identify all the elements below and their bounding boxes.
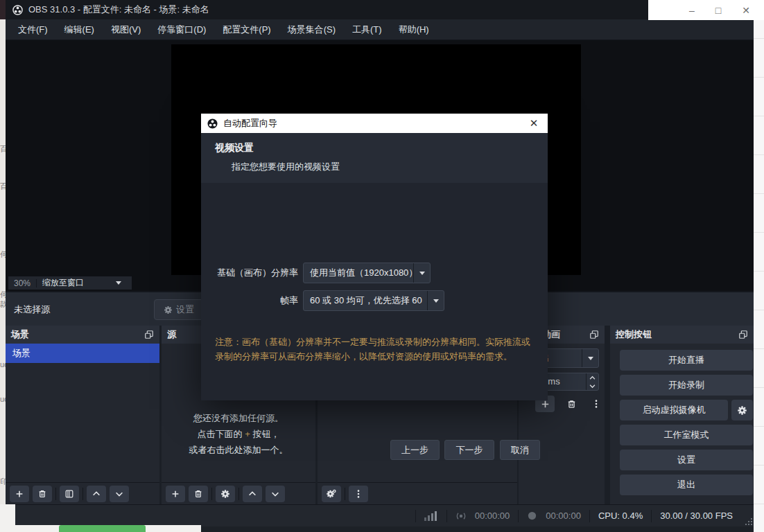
source-properties-toolbar-button[interactable] xyxy=(216,486,235,502)
wizard-step-header: 视频设置 指定您想要使用的视频设置 xyxy=(201,133,548,183)
scenes-dock-title: 场景 xyxy=(11,328,29,341)
plus-icon xyxy=(17,490,23,497)
move-source-up-button[interactable] xyxy=(243,486,262,502)
menu-view[interactable]: 视图(V) xyxy=(103,19,149,40)
remove-scene-button[interactable] xyxy=(33,486,52,502)
divider xyxy=(55,488,56,500)
background-window-left-sliver: 百 百 何 何 uo uo 款 印 角 xyxy=(0,0,6,532)
controls-dock: 控制按钮 开始直播 开始录制 启动虚拟摄像机 工作室模式 设置 退出 xyxy=(610,326,754,504)
zoom-mode-label: 缩放至窗口 xyxy=(37,277,89,289)
menu-scene-collection[interactable]: 场景集合(S) xyxy=(279,19,344,40)
close-icon[interactable]: ✕ xyxy=(520,114,548,133)
move-source-down-button[interactable] xyxy=(266,486,285,502)
filters-icon xyxy=(64,489,74,499)
controls-title: 控制按钮 xyxy=(616,328,652,341)
gear-icon xyxy=(164,305,173,314)
menu-tools[interactable]: 工具(T) xyxy=(344,19,390,40)
wizard-body: 基础（画布）分辨率 使用当前值（1920x1080） 帧率 60 或 30 均可… xyxy=(201,183,548,400)
dots-vertical-icon xyxy=(354,489,363,499)
scenes-dock: 场景 场景 xyxy=(6,326,159,504)
add-scene-button[interactable] xyxy=(10,486,29,502)
base-resolution-select[interactable]: 使用当前值（1920x1080） xyxy=(303,263,431,283)
bg-text-fragment: 百 xyxy=(0,181,6,192)
bg-text-fragment: 何 xyxy=(0,290,6,300)
remove-transition-button[interactable] xyxy=(563,396,580,412)
cpu-usage: CPU: 0.4% xyxy=(598,511,643,521)
window-title: OBS 31.0.3 - 配置文件: 未命名 - 场景: 未命名 xyxy=(28,3,209,16)
fps-label: 帧率 xyxy=(201,290,298,311)
chevron-down-icon xyxy=(582,349,598,367)
fps-value: 60 或 30 均可，优先选择 60 xyxy=(304,291,427,310)
wizard-title: 自动配置向导 xyxy=(223,117,520,130)
start-recording-button[interactable]: 开始录制 xyxy=(620,375,753,396)
status-bar: 00:00:00 00:00:00 CPU: 0.4% 30.00 / 30.0… xyxy=(6,504,754,526)
resize-grip-icon[interactable] xyxy=(745,518,752,525)
menu-docks[interactable]: 停靠窗口(D) xyxy=(149,19,214,40)
virtual-camera-settings-button[interactable] xyxy=(731,400,753,420)
stream-timecode: 00:00:00 xyxy=(475,511,510,521)
double-gear-icon xyxy=(326,488,337,499)
record-icon xyxy=(527,511,537,521)
bg-text-fragment: 印 xyxy=(0,477,6,487)
zoom-level: 30% xyxy=(8,278,36,288)
spinner-up-button[interactable] xyxy=(587,373,598,382)
obs-logo-icon xyxy=(207,118,218,129)
menu-profile[interactable]: 配置文件(P) xyxy=(214,19,279,40)
studio-mode-button[interactable]: 工作室模式 xyxy=(620,425,753,445)
move-scene-down-button[interactable] xyxy=(110,486,129,502)
source-properties-button[interactable]: 设置 xyxy=(154,299,204,320)
scene-list-item-selected[interactable]: 场景 xyxy=(6,344,159,363)
advanced-audio-button[interactable] xyxy=(322,486,341,502)
divider xyxy=(651,510,652,522)
popout-icon[interactable] xyxy=(738,330,748,339)
preview-zoom-bar[interactable]: 30% 缩放至窗口 xyxy=(8,276,132,290)
fps-select[interactable]: 60 或 30 均可，优先选择 60 xyxy=(303,290,444,311)
next-button[interactable]: 下一步 xyxy=(444,440,494,460)
maximize-icon[interactable]: □ xyxy=(715,5,721,16)
chevron-down-icon xyxy=(116,281,121,285)
divider xyxy=(211,488,212,500)
divider xyxy=(345,488,345,500)
obs-logo-icon xyxy=(12,5,23,15)
exit-button[interactable]: 退出 xyxy=(620,475,753,495)
move-scene-up-button[interactable] xyxy=(87,486,106,502)
sources-dock-title: 源 xyxy=(167,328,176,341)
remove-source-button[interactable] xyxy=(189,486,208,502)
add-source-button[interactable] xyxy=(166,486,185,502)
divider xyxy=(415,510,416,522)
gear-icon xyxy=(220,489,230,499)
sources-empty-line2: 点击下面的 + 按钮， xyxy=(162,426,315,442)
chevron-up-icon xyxy=(92,489,101,499)
divider xyxy=(238,488,239,500)
menu-help[interactable]: 帮助(H) xyxy=(390,19,437,40)
start-streaming-button[interactable]: 开始直播 xyxy=(620,350,753,371)
trash-icon xyxy=(566,399,577,409)
menu-edit[interactable]: 编辑(E) xyxy=(56,19,103,40)
background-green-button-partial xyxy=(59,525,146,532)
background-window-caption-bar: – □ ✕ xyxy=(648,0,764,20)
divider xyxy=(446,510,447,522)
scenes-toolbar xyxy=(6,482,159,504)
broadcast-icon xyxy=(455,511,467,522)
mixer-menu-button[interactable] xyxy=(349,486,368,502)
trash-icon xyxy=(193,489,203,499)
cancel-button[interactable]: 取消 xyxy=(500,440,540,460)
start-virtual-camera-button[interactable]: 启动虚拟摄像机 xyxy=(620,400,728,420)
spinner-down-button[interactable] xyxy=(587,382,598,390)
scene-filters-button[interactable] xyxy=(60,486,79,502)
minimize-icon[interactable]: – xyxy=(689,5,695,16)
back-button[interactable]: 上一步 xyxy=(390,440,440,460)
base-resolution-value: 使用当前值（1920x1080） xyxy=(304,263,413,283)
bg-text-fragment: uo xyxy=(0,360,6,369)
popout-icon[interactable] xyxy=(589,330,599,339)
mixer-toolbar xyxy=(318,482,517,504)
popout-icon[interactable] xyxy=(144,330,154,339)
record-timecode: 00:00:00 xyxy=(546,511,581,521)
transition-menu-button[interactable] xyxy=(588,396,605,412)
settings-button[interactable]: 设置 xyxy=(620,450,753,470)
close-icon[interactable]: ✕ xyxy=(742,5,750,16)
plus-icon xyxy=(541,400,548,407)
menu-file[interactable]: 文件(F) xyxy=(10,19,56,40)
plus-hint: + xyxy=(245,429,250,439)
plus-icon xyxy=(173,490,179,497)
